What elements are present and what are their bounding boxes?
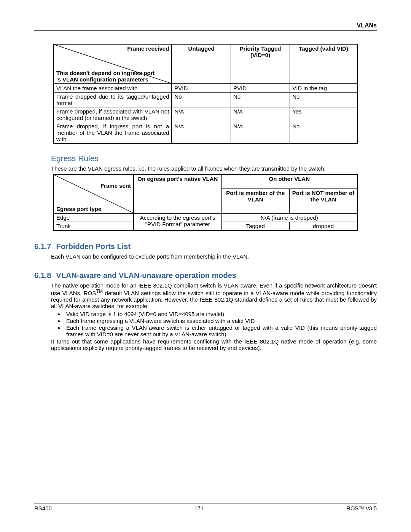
list-item: Each frame egressing a VLAN-aware switch… bbox=[64, 324, 377, 337]
t1-cell: No bbox=[172, 93, 231, 107]
list-item: Each frame ingressing a VLAN-aware switc… bbox=[64, 318, 377, 324]
section-618-bullets: Valid VID range is 1 to 4094 (VID=0 and … bbox=[57, 311, 377, 337]
t2-trunk-member: Tagged bbox=[221, 222, 290, 231]
t2-row-trunk: Trunk bbox=[54, 222, 134, 231]
t1-row-label: Frame dropped, if associated with VLAN n… bbox=[54, 107, 172, 122]
t1-cell: No bbox=[290, 122, 357, 144]
section-618-p2: It turns out that some applications have… bbox=[51, 338, 377, 351]
t1-row-group-label: This doesn't depend on ingress port 's V… bbox=[56, 70, 156, 83]
footer-right: ROS™ v3.5 bbox=[346, 505, 377, 511]
t1-cell: Yes bbox=[290, 107, 357, 122]
page-footer: RS400 171 ROS™ v3.5 bbox=[34, 503, 377, 511]
t1-cell: N/A bbox=[231, 107, 290, 122]
section-618-heading: 6.1.8 VLAN-aware and VLAN-unaware operat… bbox=[34, 271, 377, 280]
ingress-table: Frame received This doesn't depend on in… bbox=[53, 44, 358, 144]
t1-row-label: Frame dropped, if ingress port is not a … bbox=[54, 122, 172, 144]
section-617-heading: 6.1.7 Forbidden Ports List bbox=[34, 242, 377, 251]
t1-cell: VID in the tag bbox=[290, 84, 357, 93]
section-618-num: 6.1.8 bbox=[34, 271, 54, 280]
section-617-title: Forbidden Ports List bbox=[56, 242, 131, 251]
t2-native-val: According to the egress port's "PVID For… bbox=[134, 213, 221, 230]
t2-trunk-not: dropped bbox=[290, 222, 358, 231]
t2-row-edge: Edge bbox=[54, 213, 134, 222]
t1-cell: N/A bbox=[172, 107, 231, 122]
t1-cell: N/A bbox=[231, 122, 290, 144]
section-618-title: VLAN-aware and VLAN-unaware operation mo… bbox=[56, 271, 236, 280]
t1-row-label: Frame dropped due to its tagged/untagged… bbox=[54, 93, 172, 107]
egress-table: Frame sent Egress port type On egress po… bbox=[53, 174, 358, 231]
egress-rules-heading: Egress Rules bbox=[51, 154, 377, 163]
t1-cell: No bbox=[231, 93, 290, 107]
t1-col-priority: Priority Tagged (VID=0) bbox=[231, 44, 290, 84]
t1-col-untagged: Untagged bbox=[172, 44, 231, 84]
t1-cell: No bbox=[290, 93, 357, 107]
header-rule bbox=[34, 30, 377, 31]
t1-col-tagged: Tagged (valid VID) bbox=[290, 44, 357, 84]
trademark-sup: TM bbox=[96, 289, 103, 294]
t2-row-group-label: Egress port type bbox=[56, 206, 101, 212]
section-617-num: 6.1.7 bbox=[34, 242, 54, 251]
t2-col-group-label: Frame sent bbox=[100, 182, 131, 189]
t2-sub-member: Port is member of the VLAN bbox=[221, 189, 290, 213]
t1-cell: N/A bbox=[172, 122, 231, 144]
t2-col-other: On other VLAN bbox=[221, 174, 357, 189]
t2-col-native: On egress port's native VLAN bbox=[134, 174, 221, 213]
t2-sub-not: Port is NOT member of the VLAN bbox=[290, 189, 358, 213]
t1-cell: PVID bbox=[231, 84, 290, 93]
t2-edge-other: N/A (frame is dropped) bbox=[221, 213, 357, 222]
list-item: Valid VID range is 1 to 4094 (VID=0 and … bbox=[64, 311, 377, 317]
t1-col-group-label: Frame received bbox=[127, 45, 169, 52]
section-618-p1: The native operation mode for an IEEE 80… bbox=[51, 282, 377, 309]
egress-intro: These are the VLAN egress rules, i.e. th… bbox=[51, 165, 377, 172]
footer-left: RS400 bbox=[34, 505, 52, 511]
page-header: VLANs bbox=[34, 22, 377, 29]
t1-row-label: VLAN the frame associated with bbox=[54, 84, 172, 93]
t1-cell: PVID bbox=[172, 84, 231, 93]
section-617-text: Each VLAN can be configured to exclude p… bbox=[51, 253, 377, 260]
footer-page-number: 171 bbox=[194, 505, 204, 511]
